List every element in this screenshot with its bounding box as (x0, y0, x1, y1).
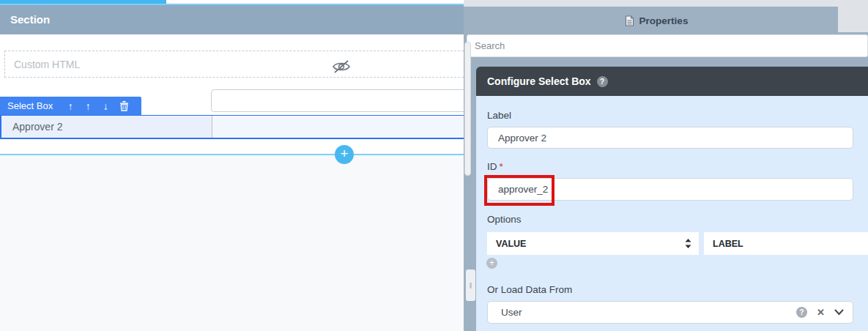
properties-panel: Properties ∥ Configure Select Box ? Labe… (464, 0, 868, 331)
load-data-value: User (501, 307, 522, 318)
field-label: Approver 2 (12, 116, 62, 138)
help-icon[interactable]: ? (597, 76, 608, 87)
field-control-cell (212, 116, 467, 138)
resize-grip-icon: ∥ (470, 282, 472, 289)
add-icon: + (489, 258, 494, 268)
move-first-icon[interactable]: ↑ (62, 100, 79, 112)
tab-properties[interactable]: Properties (475, 7, 838, 34)
search-input[interactable] (467, 34, 868, 57)
annotation-highlight-box (484, 175, 554, 206)
tab-bar-right-area (838, 0, 868, 32)
options-column-value[interactable]: VALUE (487, 232, 699, 255)
add-row-button[interactable]: + (335, 145, 354, 164)
select-box-toolbar-title: Select Box (0, 100, 62, 111)
load-data-select[interactable]: User ? ✕ (487, 301, 853, 324)
required-asterisk: * (500, 161, 503, 172)
eye-slash-icon (331, 59, 352, 75)
trash-icon[interactable] (114, 100, 133, 111)
form-designer-canvas: Section Custom HTML Select Box ↑ ↑ ↓ App… (0, 0, 467, 331)
add-row-divider (0, 154, 467, 155)
move-down-icon[interactable]: ↓ (97, 100, 114, 112)
chevron-down-icon[interactable] (834, 309, 844, 316)
splitter-handle[interactable]: ∥ (466, 269, 475, 301)
add-option-button[interactable]: + (486, 258, 497, 269)
tab-bar-background (464, 0, 868, 7)
scrollbar-thumb[interactable] (464, 42, 471, 176)
canvas-background (0, 155, 467, 331)
section-header[interactable]: Section (0, 5, 467, 34)
clear-icon[interactable]: ✕ (817, 307, 825, 318)
plus-icon: + (340, 146, 348, 161)
move-up-icon[interactable]: ↑ (79, 100, 97, 112)
options-column-label[interactable]: LABEL (704, 232, 868, 255)
configure-title: Configure Select Box (487, 75, 591, 87)
select-box-toolbar: Select Box ↑ ↑ ↓ (0, 97, 141, 115)
label-input[interactable] (487, 127, 853, 149)
configure-body: Label ID* Options VALUE LABEL + Or Load … (476, 96, 868, 331)
label-field-label: Label (487, 110, 511, 121)
custom-html-label: Custom HTML (14, 59, 80, 70)
custom-html-element[interactable]: Custom HTML (4, 51, 467, 78)
tab-properties-label: Properties (639, 15, 689, 26)
select-box-preview[interactable] (211, 89, 467, 112)
options-label: Options (487, 214, 522, 225)
sort-icon[interactable] (685, 239, 691, 248)
configure-header: Configure Select Box ? (476, 67, 868, 96)
id-field-label: ID* (487, 161, 503, 172)
select-help-icon[interactable]: ? (796, 307, 807, 318)
document-icon (625, 15, 634, 26)
section-title: Section (10, 13, 50, 26)
load-data-label: Or Load Data From (487, 284, 572, 295)
